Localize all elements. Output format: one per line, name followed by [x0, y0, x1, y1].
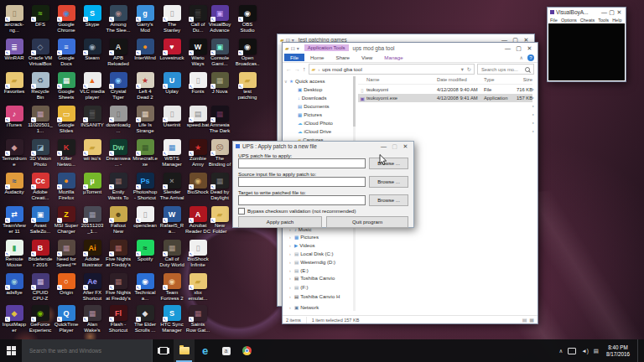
- desktop-icon[interactable]: ☹ The Binding of Isaac: [207, 139, 232, 167]
- desktop-icon[interactable]: ≈ DFS: [28, 5, 53, 28]
- browse-button[interactable]: Browse ...: [369, 194, 408, 206]
- minimize-button[interactable]: —: [502, 44, 513, 53]
- desktop-icon[interactable]: ▦ Need for Speed™ Mo...: [54, 240, 79, 267]
- close-button[interactable]: ✕: [615, 8, 623, 17]
- desktop-icon[interactable]: ▦ Dead by Daylight: [207, 173, 232, 200]
- desktop-icon[interactable]: × Slender The Arrival: [159, 173, 184, 200]
- desktop-icon[interactable]: W Rafael5_Ra...: [159, 206, 184, 234]
- desktop-icon[interactable]: ▯ The Stanley Parable: [159, 5, 184, 33]
- desktop-icon[interactable]: ≈ Spotify: [132, 240, 158, 262]
- desktop-icon[interactable]: ▰ test patching games: [235, 72, 260, 100]
- column-header-size[interactable]: Size: [514, 77, 532, 82]
- desktop-icon[interactable]: Dw Dreamwea... - Shortcut: [106, 139, 131, 167]
- column-header-name[interactable]: Name: [366, 77, 437, 82]
- expander-icon[interactable]: ›: [289, 235, 293, 240]
- window-visualboyadvance[interactable]: VisualBoyA... — ▢ ✕ File Options Cheats …: [547, 7, 626, 82]
- explorer-titlebar[interactable]: ▰⊡▾ Application Tools ups mod gba tool —…: [283, 43, 538, 53]
- thumbnails-view-icon[interactable]: ▦: [529, 317, 534, 323]
- minimize-button[interactable]: —: [378, 142, 389, 151]
- expander-icon[interactable]: ∨: [284, 79, 288, 84]
- taskbar-search-input[interactable]: [28, 347, 146, 354]
- desktop-icon[interactable]: ☻ Fallout New Vegas: [106, 206, 131, 234]
- address-box[interactable]: ▰ › ups mod gba tool ▾↻: [309, 64, 475, 75]
- back-icon[interactable]: ←: [286, 66, 292, 72]
- desktop-icon[interactable]: ◇ Oracle VM VirtualBox: [28, 39, 53, 66]
- desktop-icon[interactable]: ◉ Among The Slee...: [106, 5, 131, 33]
- vba-menu-item[interactable]: Cheats: [580, 18, 595, 23]
- desktop-icon[interactable]: ≡ Google Docs: [54, 39, 79, 66]
- sidebar-item[interactable]: ▤ Documents ●: [293, 102, 534, 110]
- desktop-icon[interactable]: µ µTorrent: [80, 173, 105, 195]
- desktop-icon[interactable]: ⇄ TeamViewer 11: [2, 206, 27, 234]
- desktop-icon[interactable]: ◉ adsflye: [2, 273, 27, 296]
- ribbon-tab[interactable]: Manage: [378, 54, 408, 61]
- sidebar-item[interactable]: › ▶ Videos: [289, 241, 534, 249]
- column-header-type[interactable]: Type: [484, 77, 514, 82]
- desktop-icon[interactable]: ▦ Emily Wants To Play: [106, 173, 131, 200]
- desktop-icon[interactable]: ◉ Technical a...: [132, 273, 158, 301]
- desktop-icon[interactable]: ● Mozilla Firefox: [54, 173, 79, 200]
- desktop-icon[interactable]: ◆ InputMapper: [2, 305, 27, 333]
- desktop-icon[interactable]: ▯ aircrack-ng...: [2, 5, 27, 33]
- ribbon-tab[interactable]: Home: [304, 54, 330, 61]
- desktop-icon[interactable]: ◉ GeForce Experience: [28, 305, 53, 333]
- desktop-icon[interactable]: Ai Adobe Illustrator: [80, 240, 105, 267]
- desktop-icon[interactable]: ▦ Minecraft.exe: [132, 139, 158, 167]
- desktop-icon[interactable]: ▯ downloadg...: [106, 106, 131, 133]
- desktop-icon[interactable]: ▦ Call of Duty World at War: [159, 240, 184, 267]
- desktop-icon[interactable]: Ps Photoshop - Shortcut: [132, 173, 158, 200]
- desktop-icon[interactable]: ▦ WBTS Manager 2.0: [159, 139, 184, 167]
- desktop-icon[interactable]: ▦ CPUID CPU-Z: [28, 273, 53, 301]
- hidden-icons-chevron-icon[interactable]: ∧: [558, 348, 563, 354]
- desktop-icon[interactable]: ● InterWind: [132, 39, 158, 61]
- desktop-icon[interactable]: Z MSI Super Charger: [54, 206, 79, 234]
- desktop-icon[interactable]: ▯ BioShock Infinite: [185, 240, 210, 267]
- desktop-icon[interactable]: ▰ wii iso's: [80, 139, 105, 162]
- expander-icon[interactable]: ›: [289, 285, 293, 290]
- expander-icon[interactable]: ›: [289, 243, 293, 248]
- desktop-icon[interactable]: ◉ Steam: [80, 39, 105, 61]
- close-button[interactable]: ✕: [524, 44, 535, 53]
- desktop-icon[interactable]: ◉ Open Broadcas...: [235, 39, 260, 66]
- desktop-icon[interactable]: ≈ Audacity: [2, 173, 27, 195]
- dialog-titlebar[interactable]: UPS : Apply patch to a new file — ▢ ✕: [233, 142, 413, 151]
- sidebar-item[interactable]: › ▦ Pictures: [289, 233, 534, 240]
- maximize-button[interactable]: ▢: [513, 44, 524, 53]
- desktop-icon[interactable]: ▦ 20151203_1...: [80, 206, 105, 234]
- maximize-button[interactable]: ▢: [608, 8, 615, 17]
- desktop-icon[interactable]: ▦ J Nova: [207, 72, 232, 95]
- file-row[interactable]: ▣ tsukuyomi.exe 4/12/2008 9:41 AM Applic…: [358, 94, 532, 102]
- desktop-icon[interactable]: ▦ 11020501_1...: [28, 106, 53, 133]
- desktop-icon[interactable]: ◆ The Elder Scrolls ...: [132, 305, 158, 333]
- sidebar-item[interactable]: › ▤ (E:): [289, 266, 534, 274]
- desktop-icon[interactable]: B Bitdefender 2016: [28, 240, 53, 267]
- context-tab-application-tools[interactable]: Application Tools: [304, 44, 349, 51]
- desktop-icon[interactable]: ▭ Google Slides: [54, 106, 79, 133]
- close-button[interactable]: ✕: [400, 142, 411, 151]
- desktop-icon[interactable]: ▯ Userinit: [159, 106, 184, 128]
- file-row[interactable]: ▯ tsukuyomi 4/12/2008 9:40 AM File 716 K…: [358, 85, 532, 94]
- expander-icon[interactable]: ›: [289, 276, 293, 281]
- desktop-icon[interactable]: K Killer Netwo...: [54, 139, 79, 167]
- desktop-icon[interactable]: ▦ Life Is Strange: [132, 106, 158, 133]
- ribbon-tab[interactable]: View: [356, 54, 378, 61]
- desktop-icon[interactable]: ◉ Google Chrome: [54, 5, 79, 33]
- desktop-icon[interactable]: ▰ xbx emulat...: [185, 273, 210, 301]
- sidebar-item[interactable]: › ▤ Toshiba Canvio: [289, 274, 534, 282]
- taskbar-chrome[interactable]: [236, 339, 257, 362]
- explorer-search-box[interactable]: [477, 64, 534, 75]
- desktop-icon[interactable]: ◉ Team Fortress 2: [159, 273, 184, 301]
- desktop-icon[interactable]: ▲ VLC media player: [80, 72, 105, 100]
- browse-button[interactable]: Browse ...: [369, 158, 408, 169]
- refresh-icon[interactable]: ↻: [467, 66, 471, 72]
- taskbar-edge[interactable]: e: [195, 339, 216, 362]
- desktop-icon[interactable]: ▯ openclean: [132, 206, 158, 229]
- minimize-button[interactable]: —: [600, 8, 608, 17]
- file-path-input[interactable]: [238, 158, 366, 168]
- ribbon-tab[interactable]: Share: [330, 54, 356, 61]
- desktop-icon[interactable]: ▦ Five Nights at Freddy's 4: [106, 273, 131, 301]
- desktop-icon[interactable]: ◪ 3D Vision Photo Viewer: [28, 139, 53, 167]
- taskbar-search-box[interactable]: [22, 339, 153, 362]
- desktop-icon[interactable]: A APB Reloaded: [106, 39, 131, 66]
- taskbar-clock[interactable]: 8:40 PM 8/17/2016: [604, 344, 632, 357]
